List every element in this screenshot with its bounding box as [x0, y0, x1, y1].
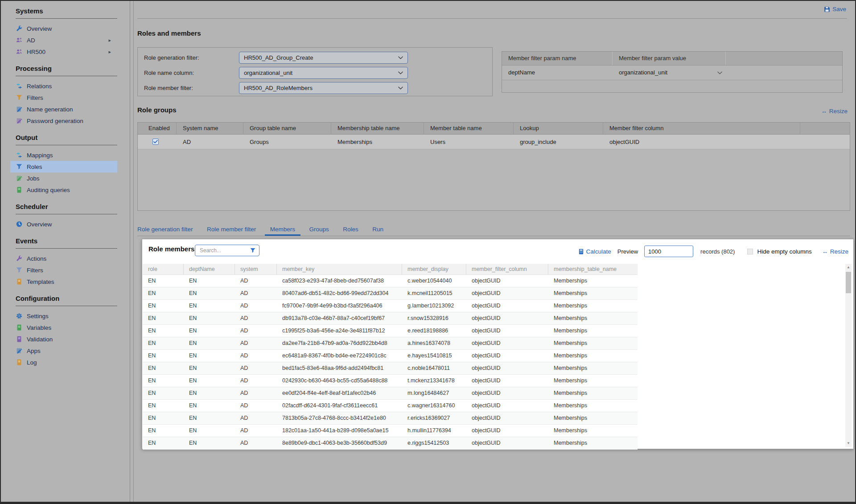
sidebar-section-title: Output	[16, 134, 117, 145]
role-members-resize-button[interactable]: ↔ Resize	[822, 248, 848, 255]
app-window: Systems Overview AD ▸ HR500 ▸ Processing…	[0, 0, 856, 504]
tab-groups[interactable]: Groups	[309, 224, 329, 235]
member-filter-column-cell: objectGUID	[466, 287, 548, 299]
tab-members[interactable]: Members	[270, 224, 295, 235]
scrollbar-thumb[interactable]	[846, 272, 851, 293]
sidebar-item-settings[interactable]: Settings	[10, 310, 117, 322]
table-row[interactable]: EN EN AD ee0df204-ff4e-4eff-8eaf-bf1afec…	[143, 387, 638, 400]
table-header-row: role deptName system member_key member_d…	[143, 264, 638, 275]
sidebar-item-filters[interactable]: Filters	[10, 92, 117, 103]
search-input[interactable]	[199, 247, 250, 254]
param-value-select[interactable]: organizational_unit	[613, 66, 726, 80]
table-row[interactable]: EN EN AD da2ee7fa-21b8-47b9-ad0a-76dd922…	[143, 337, 638, 350]
sidebar: Systems Overview AD ▸ HR500 ▸ Processing…	[1, 1, 130, 502]
table-row[interactable]: EN EN AD bed1fac5-83e6-48aa-9f6d-add2494…	[143, 362, 638, 375]
sidebar-item-actions[interactable]: Actions	[10, 253, 117, 264]
member-key-cell: db913a78-c03e-46b7-88a7-c40cef19bf67	[277, 312, 402, 324]
table-row[interactable]: EN EN AD ec6481a9-8367-4f0b-bd4e-ee72249…	[143, 350, 638, 362]
membership-table-name-cell: Memberships	[548, 437, 638, 449]
table-row[interactable]: EN EN AD fc9700e7-9b9f-4e99-b3bd-f3a5f29…	[143, 300, 638, 312]
sidebar-item-events-filters[interactable]: Filters	[10, 264, 117, 276]
system-cell: AD	[235, 437, 277, 449]
relations-arrows-icon	[16, 152, 23, 159]
sidebar-item-label: Mappings	[27, 152, 53, 159]
sidebar-item-label: Jobs	[27, 175, 40, 182]
selected-value: organizational_unit	[619, 66, 667, 80]
system-cell: AD	[235, 412, 277, 424]
member-display-cell: k.mcneil11205015	[402, 287, 466, 299]
system-cell: AD	[235, 387, 277, 399]
sidebar-item-apps[interactable]: Apps	[10, 345, 117, 356]
member-filter-column-cell: objectGUID	[603, 139, 800, 145]
sidebar-item-auditing-queries[interactable]: Auditing queries	[10, 184, 117, 196]
role-cell: EN	[143, 337, 184, 349]
column-header: member_key	[277, 264, 402, 275]
role-cell: EN	[143, 437, 184, 449]
tab-role-member-filter[interactable]: Role member filter	[207, 224, 256, 235]
member-key-cell: 182c01aa-1a50-441a-b289-d098e5a0ae15	[277, 425, 402, 437]
sidebar-item-mappings[interactable]: Mappings	[10, 149, 117, 161]
resize-arrows-icon: ↔	[822, 248, 828, 255]
role-name-column-select[interactable]: organizational_unit	[239, 67, 408, 79]
table-row[interactable]: EN EN AD 182c01aa-1a50-441a-b289-d098e5a…	[143, 425, 638, 437]
member-filter-column-cell: objectGUID	[466, 325, 548, 337]
role-cell: EN	[143, 287, 184, 299]
role-cell: EN	[143, 350, 184, 362]
member-display-cell: m.long16484627	[402, 387, 466, 399]
table-row[interactable]: EN EN AD db913a78-c03e-46b7-88a7-c40cef1…	[143, 312, 638, 325]
preview-input[interactable]	[644, 246, 693, 257]
member-filter-column-cell: objectGUID	[466, 337, 548, 349]
table-row[interactable]: EN EN AD 7813b05a-27c8-4768-8ccc-b3414f2…	[143, 412, 638, 425]
role-group-row[interactable]: AD Groups Memberships Users group_includ…	[138, 135, 850, 149]
tab-roles[interactable]: Roles	[343, 224, 358, 235]
calculate-button[interactable]: Calculate	[578, 248, 611, 255]
enabled-checkbox[interactable]	[152, 139, 159, 145]
save-button[interactable]: Save	[824, 6, 846, 12]
sidebar-item-roles[interactable]: Roles	[10, 161, 117, 172]
table-row[interactable]: EN EN AD 8e89b0e9-dbc1-4063-be3b-35660bd…	[143, 437, 638, 450]
table-row[interactable]: EN EN AD ca58f023-e293-47af-8beb-ded7560…	[143, 275, 638, 287]
scrollbar-up-button[interactable]: ▲	[845, 264, 852, 270]
sidebar-item-templates[interactable]: Templates	[10, 276, 117, 287]
sidebar-item-jobs[interactable]: Jobs	[10, 172, 117, 184]
sidebar-item-relations[interactable]: Relations	[10, 80, 117, 92]
sidebar-item-name-generation[interactable]: Name generation	[10, 103, 117, 115]
role-member-filter-select[interactable]: HR500_AD_RoleMembers	[239, 82, 408, 94]
table-row[interactable]: EN EN AD 02facdff-d624-4301-9faf-cf3611e…	[143, 400, 638, 412]
lookup-cell: group_include	[514, 139, 603, 145]
sidebar-item-password-generation[interactable]: Password generation	[10, 115, 117, 127]
sidebar-item-scheduler-overview[interactable]: Overview	[10, 218, 117, 230]
system-name-cell: AD	[177, 139, 243, 145]
clock-icon	[16, 221, 23, 228]
sidebar-item-hr500[interactable]: HR500 ▸	[10, 46, 117, 57]
sidebar-item-validation[interactable]: Validation	[10, 333, 117, 345]
save-button-label: Save	[832, 6, 846, 12]
sidebar-item-ad[interactable]: AD ▸	[10, 34, 117, 46]
column-header: deptName	[184, 264, 235, 275]
tab-run[interactable]: Run	[372, 224, 383, 235]
column-header: Lookup	[514, 123, 603, 134]
section-title-roles-and-members: Roles and members	[137, 29, 201, 37]
table-row[interactable]: EN EN AD 80407ad6-db51-482c-bd66-99edd72…	[143, 287, 638, 300]
member-filter-column-cell: objectGUID	[466, 375, 548, 387]
role-cell: EN	[143, 400, 184, 412]
sidebar-item-overview[interactable]: Overview	[10, 23, 117, 34]
system-cell: AD	[235, 312, 277, 324]
tab-role-generation-filter[interactable]: Role generation filter	[137, 224, 193, 235]
role-groups-resize-button[interactable]: ↔ Resize	[821, 108, 848, 115]
hide-empty-columns-checkbox[interactable]	[747, 249, 753, 254]
param-table-row[interactable]: deptName organizational_unit	[502, 66, 842, 80]
member-display-cell: e.riggs15412503	[402, 437, 466, 449]
sidebar-item-variables[interactable]: Variables	[10, 322, 117, 333]
edit-document-icon	[16, 348, 23, 354]
gear-icon	[16, 313, 23, 320]
scrollbar-down-button[interactable]: ▼	[845, 440, 852, 447]
deptname-cell: EN	[184, 275, 235, 287]
member-filter-column-cell: objectGUID	[466, 275, 548, 287]
role-generation-filter-select[interactable]: HR500_AD_Group_Create	[239, 52, 408, 64]
vertical-scrollbar[interactable]: ▲ ▼	[845, 264, 852, 447]
sidebar-item-log[interactable]: Log	[10, 356, 117, 368]
chevron-down-icon	[398, 71, 403, 74]
table-row[interactable]: EN EN AD c1995f25-b3a6-456e-a24e-3e4811f…	[143, 325, 638, 337]
table-row[interactable]: EN EN AD 0242930c-b630-4643-bc55-cd55a64…	[143, 375, 638, 387]
